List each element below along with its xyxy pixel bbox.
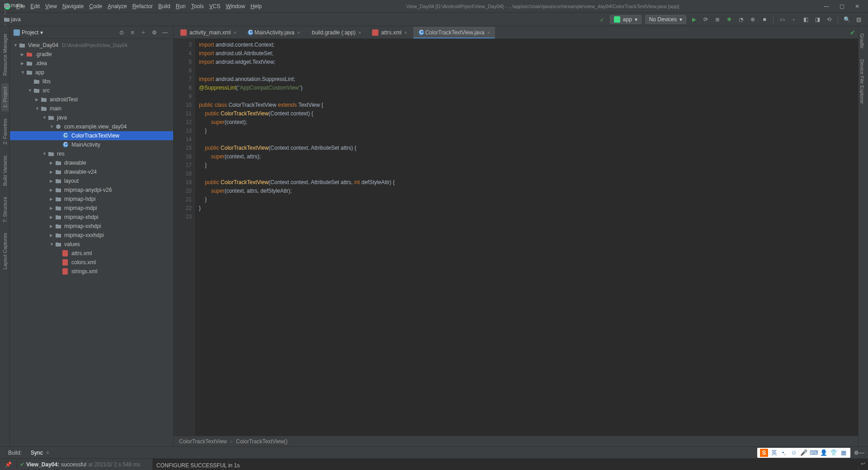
run-button[interactable]: ▶ (689, 14, 699, 24)
tree-item-com-example-view-day04[interactable]: ▼com.example.view_day04 (10, 122, 173, 131)
build-tree[interactable]: ✔ View_Day04: successful at 2021/2/ 2 s … (17, 459, 153, 470)
device-selector[interactable]: No Devices ▾ (645, 15, 686, 24)
menu-window[interactable]: Window (226, 3, 245, 9)
tree-item-drawable-v24[interactable]: ▶drawable-v24 (10, 167, 173, 176)
breadcrumb-item[interactable]: ColorTrackTextView (179, 438, 227, 445)
ime-person-icon[interactable]: 👤 (820, 449, 828, 457)
close-tab-icon[interactable]: × (487, 30, 490, 35)
tool--project[interactable]: 1: Project (1, 83, 9, 111)
tree-item-view-day04[interactable]: ▼View_Day04D:\AndroidPrject\View_Day04 (10, 41, 173, 50)
apply-changes-icon[interactable]: ⟳ (701, 14, 711, 24)
gear-icon[interactable]: ⚙ (150, 28, 159, 37)
collapse-all-icon[interactable]: ÷ (139, 28, 148, 37)
tree-item-libs[interactable]: libs (10, 77, 173, 86)
editor-tab[interactable]: CMainActivity.java× (242, 27, 305, 38)
stop-icon[interactable]: ■ (760, 14, 769, 24)
ime-toolbar[interactable]: S 英 •, ☺ 🎤 ⌨ 👤 👕 ▦ (757, 448, 850, 458)
tree-item-src[interactable]: ▼src (10, 86, 173, 95)
select-opened-icon[interactable]: ⊙ (117, 28, 126, 37)
tree-item-strings-xml[interactable]: strings.xml (10, 267, 173, 276)
ime-voice-icon[interactable]: 🎤 (800, 449, 808, 457)
ime-punct-icon[interactable]: •, (780, 449, 788, 457)
run-config-selector[interactable]: app ▾ (610, 15, 642, 24)
hide-icon[interactable]: — (160, 28, 170, 37)
maximize-button[interactable]: ▢ (835, 1, 849, 12)
tool--favorites[interactable]: 2: Favorites (1, 115, 9, 148)
tree-item-mipmap-xxxhdpi[interactable]: ▶mipmap-xxxhdpi (10, 231, 173, 240)
menu-tools[interactable]: Tools (191, 3, 204, 9)
gear-icon[interactable]: ⚙ (854, 450, 859, 456)
menu-run[interactable]: Run (176, 3, 186, 9)
editor-tab[interactable]: activity_main.xml× (175, 27, 241, 38)
soft-wrap-icon[interactable]: ↩ (861, 461, 866, 467)
ime-keyboard-icon[interactable]: ⌨ (810, 449, 818, 457)
menu-analyze[interactable]: Analyze (108, 3, 127, 9)
tool-layout-captures[interactable]: Layout Captures (1, 229, 9, 273)
tool-gradle[interactable]: Gradle (859, 30, 866, 52)
tree-item-main[interactable]: ▼main (10, 104, 173, 113)
tree-item-colors-xml[interactable]: colors.xml (10, 258, 173, 267)
sdk-icon[interactable]: ▫ (789, 14, 799, 24)
debug-icon[interactable]: ≣ (712, 14, 722, 24)
minimize-button[interactable]: — (819, 1, 834, 12)
menu-refactor[interactable]: Refactor (132, 3, 153, 9)
editor-body[interactable]: 34567891011121314151617181920212223 impo… (174, 39, 858, 436)
ime-emoji-icon[interactable]: ☺ (790, 449, 798, 457)
hide-icon[interactable]: — (859, 450, 864, 456)
tool-resource-manager[interactable]: Resource Manager (1, 30, 9, 80)
bug-icon[interactable]: ✱ (724, 14, 734, 24)
tree-item--gradle[interactable]: ▶.gradle (10, 50, 173, 59)
attach-debugger-icon[interactable]: ⊕ (748, 14, 758, 24)
menu-navigate[interactable]: Navigate (62, 3, 84, 9)
tool-device-file-explorer[interactable]: Device File Explorer (859, 56, 866, 107)
sync-tab[interactable]: Sync × (26, 448, 54, 458)
tool-build-variants[interactable]: Build Variants (1, 152, 9, 190)
tree-item-attrs-xml[interactable]: attrs.xml (10, 249, 173, 258)
breadcrumb-item[interactable]: ColorTrackTextView() (236, 438, 288, 445)
tree-item--idea[interactable]: ▶.idea (10, 59, 173, 68)
search-icon[interactable]: 🔍 (842, 14, 852, 24)
tree-item-mipmap-xhdpi[interactable]: ▶mipmap-xhdpi (10, 213, 173, 222)
tree-item-androidtest[interactable]: ▶androidTest (10, 95, 173, 104)
ide-settings-icon[interactable]: ▤ (854, 14, 863, 24)
resource-manager-icon[interactable]: ◨ (812, 14, 822, 24)
pin-icon[interactable]: 📌 (5, 461, 12, 468)
tree-item-res[interactable]: ▼res (10, 149, 173, 158)
close-tab-icon[interactable]: × (358, 30, 361, 35)
layout-inspector-icon[interactable]: ◧ (801, 14, 811, 24)
tree-item-app[interactable]: ▼app (10, 68, 173, 77)
sogou-icon[interactable]: S (760, 449, 768, 457)
build-output[interactable]: CONFIGURE SUCCESSFUL in 1s ↩ ⤓ 🖶 (153, 459, 868, 470)
project-pane-title[interactable]: Project ▾ (14, 29, 115, 36)
breadcrumb-item[interactable]: java (4, 16, 61, 23)
tree-item-colortracktextview[interactable]: CColorTrackTextView (10, 131, 173, 140)
editor-tab[interactable]: build.gradle (:app)× (306, 27, 366, 38)
menu-vcs[interactable]: VCS (209, 3, 221, 9)
close-tab-icon[interactable]: × (404, 30, 407, 35)
ime-skin-icon[interactable]: 👕 (830, 449, 838, 457)
tool--structure[interactable]: 7: Structure (1, 193, 9, 226)
close-button[interactable]: ✕ (850, 1, 864, 12)
tree-item-mipmap-xxhdpi[interactable]: ▶mipmap-xxhdpi (10, 222, 173, 231)
project-tree[interactable]: ▼View_Day04D:\AndroidPrject\View_Day04▶.… (10, 39, 173, 446)
editor-tab[interactable]: CColorTrackTextView.java× (413, 27, 495, 38)
sync-icon[interactable]: ⟲ (824, 14, 834, 24)
ime-lang[interactable]: 英 (770, 449, 778, 457)
back-icon[interactable]: ↙ (597, 14, 607, 24)
tree-item-mipmap-anydpi-v26[interactable]: ▶mipmap-anydpi-v26 (10, 185, 173, 195)
tree-item-values[interactable]: ▼values (10, 240, 173, 249)
profiler-icon[interactable]: ◔ (736, 14, 746, 24)
code-editor[interactable]: import android.content.Context;import an… (195, 39, 858, 436)
breadcrumb-item[interactable]: main (4, 2, 61, 9)
menu-help[interactable]: Help (250, 3, 262, 9)
tree-item-drawable[interactable]: ▶drawable (10, 158, 173, 167)
tree-item-mipmap-hdpi[interactable]: ▶mipmap-hdpi (10, 195, 173, 204)
avd-icon[interactable]: ▭ (777, 14, 787, 24)
close-tab-icon[interactable]: × (233, 30, 236, 35)
tree-item-mipmap-mdpi[interactable]: ▶mipmap-mdpi (10, 204, 173, 213)
menu-build[interactable]: Build (158, 3, 170, 9)
menu-code[interactable]: Code (89, 3, 102, 9)
editor-tab[interactable]: attrs.xml× (367, 27, 412, 38)
tree-item-java[interactable]: ▼java (10, 113, 173, 122)
tree-item-mainactivity[interactable]: CMainActivity (10, 140, 173, 149)
